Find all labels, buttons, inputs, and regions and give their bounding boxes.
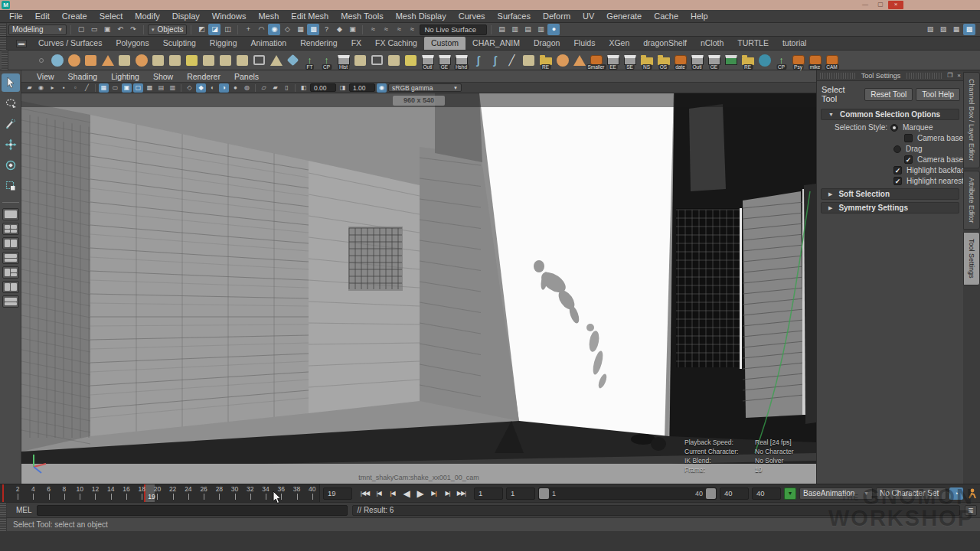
- shelf-tab-polygons[interactable]: Polygons: [109, 37, 155, 50]
- radio-drag[interactable]: [893, 145, 901, 153]
- tool-settings-header[interactable]: Tool Settings ❐ ×: [817, 70, 963, 81]
- viewport-canvas[interactable]: 960 x 540 Playback Speed:Real [24 fps]Cu…: [21, 93, 816, 484]
- shelf-item[interactable]: [217, 51, 234, 70]
- use-all-lights-icon[interactable]: ◑: [219, 83, 229, 93]
- command-line-mode-label[interactable]: MEL: [11, 506, 32, 514]
- layout-two-pane-stacked-button[interactable]: [2, 252, 19, 264]
- layout-hypergraph-persp-button[interactable]: [2, 295, 19, 308]
- render-view-icon[interactable]: ●: [547, 24, 560, 35]
- shelf-tab-dragon[interactable]: Dragon: [527, 37, 567, 50]
- xray-icon[interactable]: ▰: [270, 83, 280, 93]
- shelf-item-cp[interactable]: ↑CP: [318, 51, 335, 70]
- rotate-tool-button[interactable]: [2, 156, 20, 174]
- shelf-item[interactable]: [66, 51, 82, 70]
- layout-two-pane-side-button[interactable]: [2, 237, 19, 249]
- menu-display[interactable]: Display: [166, 10, 206, 22]
- 2d-pan-zoom-icon[interactable]: ╱: [82, 83, 92, 93]
- panel-menu-view[interactable]: View: [31, 72, 60, 81]
- maximize-button[interactable]: ▢: [873, 1, 888, 9]
- highlight-selection-icon[interactable]: ▣: [346, 24, 358, 35]
- shelf-tab-curves-surfaces[interactable]: Curves / Surfaces: [31, 37, 109, 50]
- shelf-options-icon[interactable]: [39, 58, 44, 63]
- image-plane-icon[interactable]: ▫: [70, 83, 80, 93]
- checkbox-highlight-nearest-compo[interactable]: ✓: [893, 177, 902, 185]
- channel-box-toggle-icon[interactable]: ▦: [950, 24, 962, 35]
- shelf-item[interactable]: [133, 51, 149, 70]
- new-scene-icon[interactable]: ▢: [75, 24, 87, 35]
- exposure-field[interactable]: 0.00: [310, 83, 336, 92]
- open-scene-icon[interactable]: ▭: [88, 24, 100, 35]
- select-by-component-icon[interactable]: ◫: [221, 24, 234, 35]
- shelf-item[interactable]: [83, 51, 99, 70]
- shelf-item-ge[interactable]: GE: [436, 51, 452, 70]
- range-end-handle[interactable]: [706, 488, 716, 499]
- playback-end-field[interactable]: 40: [720, 487, 749, 500]
- menu-create[interactable]: Create: [56, 10, 93, 22]
- play-forwards-button[interactable]: ▶: [413, 487, 426, 500]
- animation-end-field[interactable]: 40: [752, 487, 781, 500]
- snap-to-curves-icon[interactable]: ◠: [255, 24, 267, 35]
- shelf-item[interactable]: [49, 51, 65, 70]
- shelf-item[interactable]: [554, 51, 570, 70]
- shelf-tab-xgen[interactable]: XGen: [602, 37, 636, 50]
- animation-start-field[interactable]: 1: [474, 487, 503, 500]
- gamma-icon[interactable]: ◨: [338, 83, 348, 93]
- help-line-grip[interactable]: [0, 518, 7, 531]
- selection-mask-selector[interactable]: ▾ Objects: [148, 24, 187, 35]
- shelf-item[interactable]: [100, 51, 116, 70]
- command-line-input[interactable]: [37, 505, 348, 516]
- select-by-hierarchy-icon[interactable]: ◩: [195, 24, 207, 35]
- shelf-item-mike[interactable]: mike: [807, 51, 823, 70]
- layout-four-pane-button[interactable]: [2, 223, 19, 235]
- grid-icon[interactable]: ▦: [99, 83, 109, 93]
- checkbox-camera-based-paint-s[interactable]: ✓: [904, 155, 913, 164]
- field-chart-icon[interactable]: ▩: [145, 83, 155, 93]
- shelf-item-ft[interactable]: ↑FT: [302, 51, 318, 70]
- redo-icon[interactable]: ↷: [127, 24, 139, 35]
- menu-windows[interactable]: Windows: [206, 10, 253, 22]
- shelf-item[interactable]: [268, 51, 284, 70]
- menu-edit-mesh[interactable]: Edit Mesh: [285, 10, 335, 22]
- select-tool-button[interactable]: [2, 73, 20, 92]
- shelf-item-ee[interactable]: EE: [605, 51, 621, 70]
- bookmark-icon[interactable]: ▪: [59, 83, 69, 93]
- panel-drag-handle[interactable]: [906, 73, 942, 79]
- xray-joints-icon[interactable]: ▯: [282, 83, 292, 93]
- gate-mask-icon[interactable]: ▢: [133, 83, 143, 93]
- undo-icon[interactable]: ↶: [114, 24, 126, 35]
- playback-start-field[interactable]: 1: [506, 487, 535, 500]
- menu-edit[interactable]: Edit: [29, 10, 56, 22]
- shelf-item-re[interactable]: RE: [740, 51, 756, 70]
- shelf-item-os[interactable]: OS: [655, 51, 671, 70]
- camera-attributes-icon[interactable]: ▸: [47, 83, 57, 93]
- section-common-selection-options[interactable]: ▼Common Selection Options: [821, 109, 959, 120]
- section-soft-selection[interactable]: ▶Soft Selection: [821, 188, 959, 200]
- layout-single-pane-button[interactable]: [2, 208, 19, 220]
- select-camera-icon[interactable]: ▰: [24, 83, 34, 93]
- shelf-item-hshd[interactable]: Hshd: [453, 51, 469, 70]
- save-scene-icon[interactable]: ▣: [101, 24, 113, 35]
- isolate-select-icon[interactable]: ▱: [259, 83, 269, 93]
- layout-three-pane-button[interactable]: [2, 266, 19, 279]
- shelf-collapse-button[interactable]: ▬: [16, 40, 27, 47]
- move-tool-button[interactable]: [2, 135, 20, 154]
- sidebar-tab-attribute-editor[interactable]: Attribute Editor: [963, 171, 980, 230]
- menu-set-selector[interactable]: Modeling ▼: [8, 24, 67, 35]
- section-symmetry-settings[interactable]: ▶Symmetry Settings: [821, 202, 959, 214]
- layout-outliner-persp-button[interactable]: [2, 281, 19, 293]
- shelf-tab-fluids[interactable]: Fluids: [567, 37, 602, 50]
- shelf-item[interactable]: [167, 51, 183, 70]
- make-live-icon[interactable]: ▩: [307, 24, 319, 35]
- shelf-item[interactable]: ╱: [504, 51, 520, 70]
- menu-file[interactable]: File: [3, 10, 29, 22]
- checkbox-camera-based-selecti[interactable]: [904, 134, 913, 142]
- shelf-item[interactable]: [571, 51, 587, 70]
- shelf-tab-ncloth[interactable]: nCloth: [694, 37, 730, 50]
- select-by-object-icon[interactable]: ◪: [208, 24, 220, 35]
- shelf-tab-tutorial[interactable]: tutorial: [776, 37, 814, 50]
- hypershade-icon[interactable]: ▥: [534, 24, 547, 35]
- render-current-frame-icon[interactable]: ▤: [495, 24, 508, 35]
- close-button[interactable]: ×: [888, 1, 903, 9]
- shelf-item[interactable]: [234, 51, 250, 70]
- radio-marquee[interactable]: [890, 124, 898, 132]
